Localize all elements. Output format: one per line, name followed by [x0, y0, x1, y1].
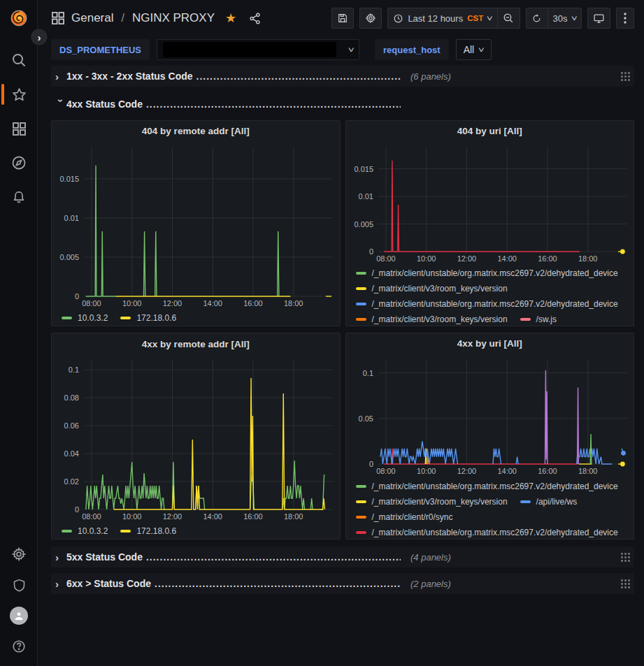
time-range-picker[interactable]: Last 12 hours CST ˅	[387, 8, 497, 29]
legend-item[interactable]: /_matrix/client/r0/sync	[356, 509, 453, 525]
svg-text:14:00: 14:00	[203, 512, 222, 521]
svg-text:10:00: 10:00	[416, 254, 436, 263]
legend-item[interactable]: /_matrix/client/v3/room_keys/version	[356, 494, 508, 509]
tv-mode-button[interactable]	[587, 8, 610, 29]
svg-text:0.06: 0.06	[64, 421, 79, 430]
svg-text:0: 0	[368, 247, 373, 256]
legend-label: /api/live/ws	[536, 497, 578, 507]
legend-swatch	[356, 516, 366, 519]
legend-label: /_matrix/client/unstable/org.matrix.msc2…	[372, 528, 618, 537]
dashboards-icon[interactable]	[0, 113, 38, 144]
breadcrumb-dashboard-title[interactable]: NGINX PROXY	[132, 11, 215, 25]
panel-plot-area[interactable]: 00.0050.010.01508:0010:0012:0014:0016:00…	[52, 142, 340, 309]
kebab-menu-button[interactable]	[616, 8, 634, 29]
breadcrumb-separator: /	[120, 12, 125, 24]
legend-item[interactable]: 172.18.0.6	[120, 523, 176, 539]
row-panel-count: (6 panels)	[410, 71, 451, 82]
datasource-variable-select[interactable]: ˅	[157, 39, 359, 60]
legend-label: /_matrix/client/v3/room_keys/version	[372, 284, 508, 294]
legend-item[interactable]: /_matrix/client/v3/room_keys/version	[356, 281, 508, 296]
legend-swatch	[120, 530, 131, 533]
legend-label: /_matrix/client/v3/room_keys/version	[372, 497, 508, 507]
row-6xx[interactable]: › 6xx > Status Code ....................…	[51, 573, 634, 594]
svg-text:0.04: 0.04	[64, 449, 79, 458]
bottom-rows: › 5xx Status Code ......................…	[51, 546, 634, 594]
star-nav-icon[interactable]	[0, 79, 38, 110]
breadcrumb: General / NGINX PROXY ★	[51, 10, 262, 26]
refresh-interval-label: 30s	[553, 13, 568, 24]
explore-compass-icon[interactable]	[0, 147, 38, 178]
legend-item[interactable]: /api/live/ws	[520, 494, 578, 509]
time-controls: Last 12 hours CST ˅	[387, 8, 520, 29]
time-range-label: Last 12 hours	[408, 13, 463, 24]
legend-swatch	[62, 317, 72, 319]
refresh-button[interactable]	[526, 8, 548, 29]
panel-plot-area[interactable]: 00.0050.010.01508:0010:0012:0014:0016:00…	[346, 141, 634, 264]
save-dashboard-button[interactable]	[331, 8, 354, 29]
top-navbar: General / NGINX PROXY ★	[38, 0, 644, 36]
request-host-variable-label[interactable]: request_host	[375, 39, 449, 60]
legend-item[interactable]: 10.0.3.2	[62, 523, 108, 539]
refresh-interval-picker[interactable]: 30s ˅	[548, 8, 582, 29]
dashboard-settings-button[interactable]	[359, 8, 382, 29]
panel-title[interactable]: 404 by remote addr [All]	[52, 121, 340, 142]
row-1xx-3xx-2xx[interactable]: › 1xx - 3xx - 2xx Status Code ..........…	[51, 66, 634, 87]
clock-icon	[393, 13, 403, 24]
svg-text:14:00: 14:00	[203, 299, 222, 307]
search-icon[interactable]	[0, 45, 38, 75]
favorite-star-icon[interactable]: ★	[225, 10, 236, 26]
legend-item[interactable]: 172.18.0.6	[120, 310, 176, 326]
panel-404-by-remote-addr: 404 by remote addr [All]00.0050.010.0150…	[51, 120, 341, 326]
legend-swatch	[356, 500, 366, 503]
legend-item[interactable]: /sw.js	[520, 312, 557, 326]
share-icon[interactable]	[248, 12, 262, 25]
svg-text:0: 0	[368, 460, 373, 468]
help-icon[interactable]	[0, 631, 38, 662]
chevron-down-icon: ˅	[487, 14, 493, 22]
breadcrumb-folder[interactable]: General	[71, 11, 113, 25]
panel-title[interactable]: 404 by uri [All]	[346, 121, 634, 141]
legend-item[interactable]: /_matrix/client/unstable/org.matrix.msc2…	[356, 479, 618, 494]
dashboard-content: › 1xx - 3xx - 2xx Status Code ..........…	[38, 63, 644, 594]
row-dots: ........................................…	[155, 578, 401, 589]
zoom-out-time-button[interactable]	[498, 8, 520, 29]
request-host-variable-select[interactable]: All ˅	[456, 39, 492, 60]
legend-item[interactable]: /_matrix/client/unstable/org.matrix.msc2…	[356, 266, 618, 281]
row-4xx[interactable]: › 4xx Status Code ......................…	[51, 94, 634, 115]
sidebar-expand-button[interactable]: ›	[30, 28, 48, 46]
panel-plot-area[interactable]: 00.050.108:0010:0012:0014:0016:0018:00	[346, 354, 634, 477]
panel-plot-area[interactable]: 00.020.040.060.080.108:0010:0012:0014:00…	[52, 354, 340, 522]
panel-legend: 10.0.3.2172.18.0.6	[52, 309, 340, 326]
monitor-icon	[593, 13, 605, 24]
legend-item[interactable]: /_matrix/client/unstable/org.matrix.msc2…	[356, 296, 618, 312]
datasource-variable-label[interactable]: DS_PROMETHEUS	[51, 39, 150, 60]
panel-404-by-uri: 404 by uri [All]00.0050.010.01508:0010:0…	[345, 120, 635, 326]
legend-label: /_matrix/client/unstable/org.matrix.msc2…	[372, 299, 618, 309]
svg-text:18:00: 18:00	[284, 512, 303, 521]
panel-title[interactable]: 4xx by remote addr [All]	[52, 333, 340, 354]
svg-text:10:00: 10:00	[122, 512, 142, 521]
legend-item[interactable]: /_matrix/client/unstable/org.matrix.msc2…	[356, 525, 618, 539]
gear-icon	[365, 13, 376, 24]
alerting-bell-icon[interactable]	[0, 182, 38, 212]
chevron-down-icon: ˅	[348, 45, 354, 54]
legend-swatch	[356, 531, 366, 534]
svg-text:08:00: 08:00	[82, 512, 101, 521]
legend-label: /sw.js	[536, 314, 557, 324]
row-title: 6xx > Status Code	[66, 578, 151, 589]
zoom-out-icon	[503, 13, 514, 24]
avatar[interactable]	[0, 600, 38, 631]
row-drag-handle[interactable]	[620, 552, 630, 563]
panel-title[interactable]: 4xx by uri [All]	[346, 333, 634, 354]
legend-item[interactable]: 10.0.3.2	[62, 310, 108, 326]
row-panel-count: (4 panels)	[410, 552, 451, 563]
legend-label: /_matrix/client/unstable/org.matrix.msc2…	[372, 482, 618, 491]
row-5xx[interactable]: › 5xx Status Code ......................…	[51, 546, 634, 567]
legend-item[interactable]: /_matrix/client/v3/room_keys/version	[356, 312, 508, 326]
gear-icon[interactable]	[0, 539, 38, 570]
svg-text:0.005: 0.005	[354, 220, 373, 229]
shield-icon[interactable]	[0, 570, 38, 600]
row-drag-handle[interactable]	[620, 579, 630, 589]
legend-label: /_matrix/client/r0/sync	[372, 512, 453, 522]
row-drag-handle[interactable]	[620, 71, 630, 82]
